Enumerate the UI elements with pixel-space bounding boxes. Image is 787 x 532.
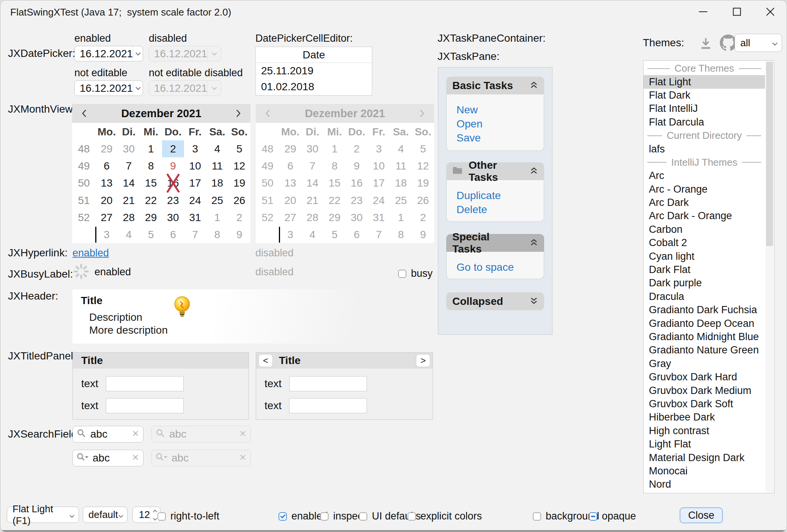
theme-item[interactable]: Gradianto Dark Fuchsia [644, 303, 765, 317]
day-cell[interactable]: 31 [184, 209, 206, 226]
search-field-with-menu[interactable]: abc [72, 450, 143, 466]
checkbox-box[interactable] [533, 512, 541, 521]
datepicker-not-editable[interactable]: 16.12.2021 [74, 80, 143, 96]
date-table-header[interactable]: Date [256, 47, 372, 63]
day-cell[interactable]: 7 [184, 226, 206, 243]
monthview-enabled[interactable]: Dezember 2021Mo.Di.Mi.Do.Fr.Sa.So.482930… [72, 104, 250, 243]
day-cell[interactable]: 25 [206, 192, 228, 209]
theme-item[interactable]: Cobalt 2 [644, 236, 765, 250]
theme-item[interactable]: Arc Dark [644, 196, 765, 209]
text-input[interactable] [289, 398, 367, 413]
day-cell[interactable]: 30 [118, 140, 140, 157]
table-row[interactable]: 25.11.2019 [256, 63, 372, 79]
day-cell[interactable]: 15 [140, 175, 162, 192]
chevron-down-icon[interactable] [133, 81, 143, 96]
day-cell[interactable]: 17 [184, 175, 206, 192]
day-cell[interactable]: 6 [162, 226, 184, 243]
day-cell[interactable]: 29 [140, 209, 162, 226]
laf-combobox[interactable]: Flat Light (F1) [7, 507, 79, 523]
day-cell[interactable]: 18 [206, 175, 228, 192]
theme-item[interactable]: lafs [644, 142, 765, 155]
day-cell[interactable]: 1 [140, 140, 162, 157]
double-chevron-up-icon[interactable] [530, 81, 538, 90]
taskpane-header[interactable]: Basic Tasks [446, 77, 544, 94]
theme-item[interactable]: Light Flat [644, 438, 765, 451]
text-input[interactable] [289, 376, 367, 391]
title-right-button[interactable]: > [416, 354, 430, 367]
theme-item[interactable]: Flat Dark [644, 89, 765, 102]
day-cell[interactable]: 27 [96, 209, 118, 226]
text-input[interactable] [106, 376, 184, 391]
day-cell[interactable]: 6 [96, 157, 118, 174]
search-menu-icon[interactable] [77, 452, 89, 464]
day-cell[interactable]: 13 [96, 175, 118, 192]
task-link-go-to-space[interactable]: Go to space [456, 260, 544, 274]
task-link-delete[interactable]: Delete [456, 202, 544, 217]
day-cell[interactable]: 26 [228, 192, 250, 209]
day-cell[interactable]: 7 [118, 157, 140, 174]
font-size-value[interactable]: 12 [133, 509, 150, 521]
title-left-button[interactable]: < [258, 354, 273, 367]
task-link-save[interactable]: Save [456, 131, 544, 145]
day-cell[interactable]: 3 [96, 226, 118, 243]
day-cell[interactable]: 10 [184, 157, 206, 174]
search-field[interactable]: abc [72, 426, 143, 443]
checkbox-box[interactable] [320, 512, 329, 521]
day-cell[interactable]: 4 [118, 226, 140, 243]
theme-item[interactable]: Gruvbox Dark Hard [644, 370, 765, 384]
theme-item[interactable]: Gruvbox Dark Soft [644, 397, 765, 411]
clear-icon[interactable] [132, 430, 139, 439]
day-cell[interactable]: 1 [206, 209, 228, 226]
day-cell[interactable]: 29 [96, 140, 118, 157]
double-chevron-up-icon[interactable] [530, 167, 538, 176]
text-input[interactable] [106, 398, 184, 413]
theme-item[interactable]: Flat IntelliJ [644, 102, 765, 115]
double-chevron-down-icon[interactable] [530, 297, 538, 306]
spinner-down-icon[interactable] [153, 515, 157, 522]
theme-item[interactable]: Arc [644, 169, 765, 182]
theme-item[interactable]: Carbon [644, 223, 765, 236]
datepicker-enabled[interactable]: 16.12.2021 [74, 46, 143, 61]
theme-item[interactable]: Gruvbox Dark Medium [644, 384, 765, 397]
task-link-open[interactable]: Open [456, 117, 544, 131]
table-row[interactable]: 01.02.2018 [256, 79, 372, 95]
day-cell[interactable]: 4 [206, 140, 228, 157]
theme-item[interactable]: Gradianto Midnight Blue [644, 330, 765, 344]
day-cell[interactable]: 24 [184, 192, 206, 209]
minimize-button[interactable] [691, 3, 715, 21]
day-cell[interactable]: 30 [162, 209, 184, 226]
task-link-new[interactable]: New [456, 103, 544, 117]
next-month-button[interactable] [226, 104, 250, 123]
font-combobox[interactable]: default [83, 507, 127, 523]
scrollbar-track[interactable] [765, 61, 774, 493]
busy-checkbox[interactable] [398, 270, 406, 278]
day-cell[interactable]: 3 [184, 140, 206, 157]
search-text[interactable]: abc [93, 452, 128, 464]
chevron-down-icon[interactable] [133, 46, 143, 61]
day-cell[interactable]: 5 [140, 226, 162, 243]
day-cell[interactable]: 11 [206, 157, 228, 174]
day-cell[interactable]: 2 [162, 140, 184, 157]
datepicker-value[interactable]: 16.12.2021 [75, 48, 133, 60]
checkbox-box[interactable] [157, 512, 166, 521]
datepicker-value[interactable]: 16.12.2021 [75, 82, 133, 94]
theme-item[interactable]: Material Design Dark [644, 451, 765, 464]
download-themes-button[interactable] [699, 36, 713, 52]
checkbox-box[interactable] [279, 512, 287, 521]
hyperlink-enabled[interactable]: enabled [72, 247, 109, 259]
checkbox-box[interactable] [589, 512, 597, 521]
day-cell[interactable]: 14 [118, 175, 140, 192]
theme-item[interactable]: Gray [644, 357, 765, 370]
theme-item[interactable]: Flat Light [644, 75, 765, 88]
day-cell[interactable]: 20 [96, 192, 118, 209]
theme-item[interactable]: Dark purple [644, 276, 765, 290]
checkbox-box[interactable] [359, 512, 367, 521]
day-cell[interactable]: 5 [228, 140, 250, 157]
theme-item[interactable]: Dark Flat [644, 263, 765, 276]
day-cell[interactable]: 8 [140, 157, 162, 174]
taskpane-header[interactable]: Collapsed [446, 292, 544, 310]
checkbox-opaque[interactable]: opaque [589, 510, 636, 522]
theme-item[interactable]: Dracula [644, 290, 765, 303]
day-cell[interactable]: 22 [140, 192, 162, 209]
theme-item[interactable]: Gradianto Nature Green [644, 344, 765, 357]
